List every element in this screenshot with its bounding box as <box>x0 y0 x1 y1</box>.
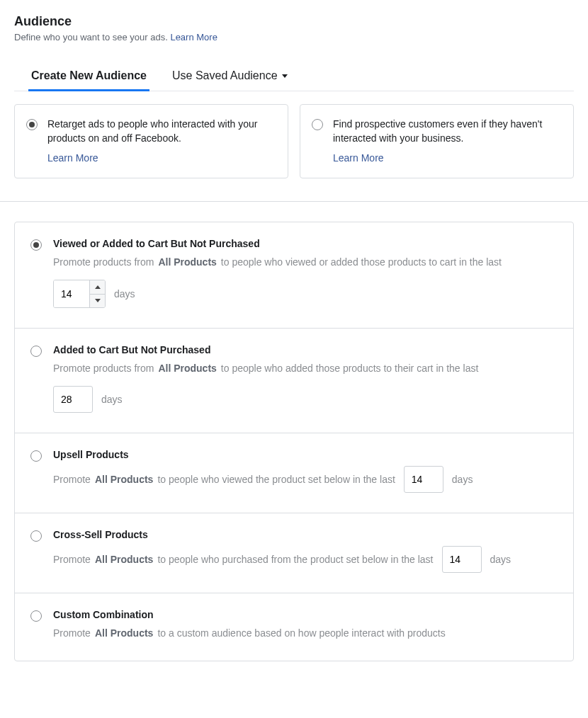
card-prospect-learn-link[interactable]: Learn More <box>333 152 562 164</box>
tab-create-new-audience[interactable]: Create New Audience <box>28 62 149 91</box>
spin-buttons <box>89 280 105 307</box>
desc-pre: Promote products from <box>53 361 154 376</box>
radio-added-to-cart[interactable] <box>30 346 42 357</box>
days-input[interactable] <box>54 280 89 307</box>
option-added-to-cart[interactable]: Added to Cart But Not Purchased Promote … <box>15 329 573 433</box>
option-desc: Promote products from All Products to pe… <box>53 361 558 376</box>
subtitle-text: Define who you want to see your ads. <box>14 32 170 42</box>
days-row: days <box>53 280 558 308</box>
spin-up[interactable] <box>90 280 105 295</box>
radio-prospect[interactable] <box>312 119 323 130</box>
product-set-label: All Products <box>95 552 153 567</box>
tab-saved-label: Use Saved Audience <box>172 69 278 81</box>
days-row: days <box>53 386 558 413</box>
radio-viewed-or-added[interactable] <box>30 239 42 251</box>
option-title: Cross-Sell Products <box>53 529 558 540</box>
days-label: days <box>114 288 135 300</box>
spin-down[interactable] <box>90 295 105 308</box>
desc-pre: Promote <box>53 472 91 487</box>
desc-post: to people who viewed the product set bel… <box>157 472 395 487</box>
desc-post: to a custom audience based on how people… <box>157 626 445 641</box>
learn-more-link[interactable]: Learn More <box>170 32 217 42</box>
option-title: Viewed or Added to Cart But Not Purchase… <box>53 238 558 249</box>
product-set-label: All Products <box>158 361 216 376</box>
retarget-options: Viewed or Added to Cart But Not Purchase… <box>14 222 574 661</box>
option-desc: Promote All Products to people who purch… <box>53 546 558 573</box>
desc-pre: Promote <box>53 626 91 641</box>
desc-pre: Promote <box>53 552 91 567</box>
desc-pre: Promote products from <box>53 255 154 270</box>
card-prospect-text: Find prospective customers even if they … <box>333 118 562 145</box>
option-desc: Promote products from All Products to pe… <box>53 255 558 270</box>
audience-section: Audience Define who you want to see your… <box>14 14 574 661</box>
audience-tabs: Create New Audience Use Saved Audience <box>14 62 574 91</box>
product-set-label: All Products <box>95 472 153 487</box>
triangle-down-icon <box>95 299 101 302</box>
audience-type-cards: Retarget ads to people who interacted wi… <box>14 104 574 178</box>
section-subtitle: Define who you want to see your ads. Lea… <box>14 32 574 42</box>
desc-post: to people who purchased from the product… <box>157 552 433 567</box>
desc-post: to people who added those products to th… <box>221 361 478 376</box>
days-label: days <box>490 552 511 567</box>
option-desc: Promote All Products to people who viewe… <box>53 466 558 493</box>
option-custom-combination[interactable]: Custom Combination Promote All Products … <box>15 593 573 661</box>
card-retarget-learn-link[interactable]: Learn More <box>47 152 276 164</box>
radio-upsell[interactable] <box>30 450 42 462</box>
radio-retarget[interactable] <box>26 119 38 130</box>
option-title: Custom Combination <box>53 609 558 620</box>
option-desc: Promote All Products to a custom audienc… <box>53 626 558 641</box>
divider <box>0 201 588 202</box>
days-input-wrap <box>53 280 106 308</box>
card-retarget-text: Retarget ads to people who interacted wi… <box>47 118 276 145</box>
tab-use-saved-audience[interactable]: Use Saved Audience <box>169 62 290 91</box>
triangle-up-icon <box>95 285 101 289</box>
product-set-label: All Products <box>95 626 153 641</box>
card-prospect[interactable]: Find prospective customers even if they … <box>300 104 574 178</box>
radio-custom-combination[interactable] <box>30 610 42 622</box>
product-set-label: All Products <box>158 255 216 270</box>
section-title: Audience <box>14 14 574 29</box>
days-label: days <box>101 394 123 405</box>
days-label: days <box>452 472 473 487</box>
days-input[interactable] <box>442 546 482 573</box>
radio-cross-sell[interactable] <box>30 530 42 542</box>
card-retarget[interactable]: Retarget ads to people who interacted wi… <box>14 104 288 178</box>
days-input[interactable] <box>404 466 443 493</box>
option-upsell[interactable]: Upsell Products Promote All Products to … <box>15 433 573 513</box>
chevron-down-icon <box>282 74 288 78</box>
option-viewed-or-added[interactable]: Viewed or Added to Cart But Not Purchase… <box>15 222 573 329</box>
option-title: Upsell Products <box>53 449 558 460</box>
desc-post: to people who viewed or added those prod… <box>221 255 502 270</box>
days-input[interactable] <box>53 386 93 413</box>
option-cross-sell[interactable]: Cross-Sell Products Promote All Products… <box>15 513 573 593</box>
option-title: Added to Cart But Not Purchased <box>53 344 558 355</box>
